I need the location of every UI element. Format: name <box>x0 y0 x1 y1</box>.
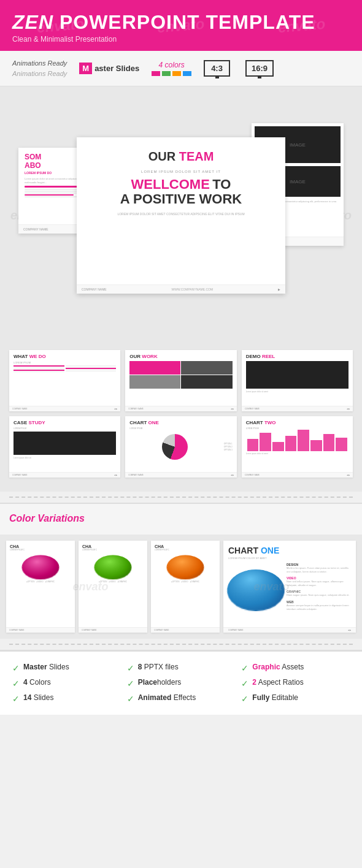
checkmark-icon-4: ✓ <box>12 679 20 688</box>
checkmark-icon-9: ✓ <box>241 694 248 704</box>
divider <box>9 497 353 498</box>
color-var-bar: COMPANY NAME <box>6 627 75 633</box>
animations-ready: Animations Ready Animations Ready <box>12 58 67 78</box>
master-slides-badge: M aster Slides <box>79 63 139 74</box>
features-bar: Animations Ready Animations Ready M aste… <box>0 51 362 86</box>
header: envato envato envato ZEN POWERPOINT TEMP… <box>0 0 362 51</box>
feature-8-pptx: ✓ 8 PPTX files <box>127 663 236 673</box>
chart-content: DESIGN Morbi a leo ipsum. Fusce vitae pu… <box>228 563 351 611</box>
bottom-features: ✓ Master Slides ✓ 8 PPTX files ✓ Graphic… <box>0 650 362 715</box>
work-grid <box>129 361 232 389</box>
color-variations-section: Color Variations <box>0 503 362 535</box>
feature-4-colors: ✓ 4 Colors <box>12 678 121 688</box>
thumb-row-2: CASE STUDY LOREM IPSUM Lorem ipsum dolor… <box>9 416 353 478</box>
page-subtitle: Clean & Minimalist Presentation <box>12 35 350 44</box>
thumb-bottom-bar: COMPANY NAME◀ ▶ <box>9 406 120 411</box>
what-we-do-grid <box>13 365 116 389</box>
thumb-what-we-do: WHAT WE DO LOREM IPSUM <box>9 350 120 411</box>
thumb-bottom-bar-6: COMPANY NAME◀ ▶ <box>242 472 353 478</box>
swatch-orange <box>172 71 181 76</box>
main-preview-area: envato envato envato envato envato envat… <box>0 86 362 344</box>
checkmark-icon-5: ✓ <box>127 679 134 688</box>
demo-reel-dark <box>246 361 349 389</box>
color-var-bar-3: COMPANY NAME <box>151 627 220 633</box>
color-var-green: CHA LOREM IPSUM C ●OPTION●VIDEO●GRAPHIC … <box>79 541 147 633</box>
checkmark-icon: ✓ <box>12 663 20 673</box>
colors-label: 4 colors <box>152 61 191 76</box>
swatch-blue <box>183 71 191 76</box>
thumb-bottom-bar-5: COMPANY NAME◀ ▶ <box>125 472 236 478</box>
checkmark-icon-7: ✓ <box>12 694 20 704</box>
features-grid: ✓ Master Slides ✓ 8 PPTX files ✓ Graphic… <box>12 663 350 704</box>
pie-3d-blue <box>223 569 295 611</box>
ratio-4-3: 4:3 <box>204 60 230 77</box>
checkmark-icon-3: ✓ <box>241 663 248 673</box>
slide-main: OUR TEAM LOREM IPSUM DOLOR SIT AMET IT W… <box>77 137 285 294</box>
feature-placeholders: ✓ Placeholders <box>127 678 236 688</box>
color-swatches <box>152 71 191 76</box>
checkmark-icon-8: ✓ <box>127 694 134 704</box>
color-variation-grid: envato envato CHA LOREM IPSUM C ●OPTION●… <box>0 535 362 639</box>
thumb-bottom-bar-4: COMPANY NAME◀ ▶ <box>9 472 120 478</box>
main-company-bar: COMPANY NAME WWW.COMPANYNAME.COM ▶ <box>77 284 285 294</box>
pie-3d-green <box>91 555 136 580</box>
thumb-row-1: WHAT WE DO LOREM IPSUM <box>9 350 353 411</box>
thumb-chart-one: CHART ONE LOREM IPSUM OPTION 1 OPTION 2 … <box>125 416 236 478</box>
feature-fully-editable: ✓ Fully Editable <box>241 693 350 704</box>
chart-legend: DESIGN Morbi a leo ipsum. Fusce vitae pu… <box>287 563 351 611</box>
pie-3d-orange <box>163 555 208 580</box>
chart-main-title: CHART ONE <box>228 546 351 555</box>
chart-bottom-bar: COMPANY NAME ◀ ▶ <box>223 627 356 633</box>
thumb-demo-reel: DEMO REEL Lorem ipsum dolor sit amet COM… <box>242 350 353 411</box>
feature-graphic-assets: ✓ Graphic Assets <box>241 663 350 673</box>
pie-3d-pink <box>18 555 63 580</box>
feature-aspect-ratios: ✓ 2 Aspect Ratios <box>241 678 350 688</box>
thumb-our-work: OUR WORK COMPANY NAME◀ ▶ <box>125 350 236 411</box>
swatch-pink <box>152 71 160 76</box>
thumb-chart-two: CHART TWO LOREM IPSUM Lorem ipsum dolor … <box>242 416 353 478</box>
color-var-blue: CHART ONE LOREM IPSUM COLOR SIT AMET DES… <box>223 541 356 633</box>
feature-animated: ✓ Animated Effects <box>127 693 236 704</box>
case-study-dark <box>13 432 116 455</box>
bar-chart-thumb <box>246 431 349 452</box>
thumbnail-grid: WHAT WE DO LOREM IPSUM <box>0 344 362 492</box>
slides-container: SOM ABO LOREM IPSUM DO Lorem ipsum dolor… <box>12 99 350 332</box>
thumb-case-study: CASE STUDY LOREM IPSUM Lorem ipsum dolor… <box>9 416 120 478</box>
divider-2 <box>9 644 353 645</box>
thumb-bottom-bar-3: COMPANY NAME◀ ▶ <box>242 406 353 411</box>
color-var-pink: CHA LOREM IPSUM C ●OPTION●VIDEO●GRAPHIC … <box>6 541 75 633</box>
slide-headline: WELLCOME TO A POSITIVE WORK <box>92 177 270 207</box>
ratio-16-9: 16:9 <box>245 60 274 77</box>
color-var-orange: CHA LOREM IPSUM C ●OPTION●VIDEO●GRAPHIC … <box>151 541 220 633</box>
swatch-green <box>162 71 171 76</box>
slide-section: OUR TEAM <box>92 150 270 164</box>
feature-14-slides: ✓ 14 Slides <box>12 693 121 704</box>
checkmark-icon-2: ✓ <box>127 663 134 673</box>
color-variations-title: Color Variations <box>9 513 353 524</box>
page-title: ZEN POWERPOINT TEMPLATE <box>12 11 350 34</box>
thumb-bottom-bar-2: COMPANY NAME◀ ▶ <box>125 406 236 411</box>
checkmark-icon-6: ✓ <box>241 679 248 688</box>
color-var-bar-2: COMPANY NAME <box>79 627 147 633</box>
feature-master-slides: ✓ Master Slides <box>12 663 121 673</box>
pie-chart-thumb <box>162 434 188 460</box>
